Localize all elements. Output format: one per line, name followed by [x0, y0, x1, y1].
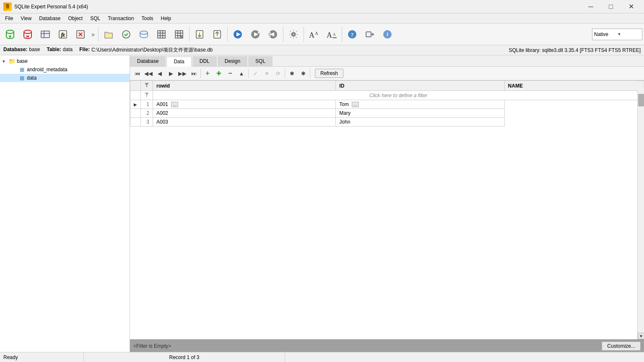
tab-sql[interactable]: SQL — [248, 56, 273, 66]
scroll-down-btn[interactable]: ▼ — [638, 333, 644, 339]
tabs: Database Data DDL Design SQL — [130, 55, 644, 67]
maximize-button[interactable]: □ — [601, 0, 621, 13]
toolbar-open[interactable] — [100, 26, 117, 43]
toolbar-import[interactable] — [191, 26, 208, 43]
move-up-btn[interactable]: ▲ — [236, 68, 247, 79]
nav-next[interactable]: ▶ — [166, 68, 177, 79]
menu-view[interactable]: View — [17, 15, 35, 22]
toolbar-delete-db[interactable] — [19, 26, 36, 43]
table-row[interactable]: 3 A003 John — [130, 118, 644, 127]
dt-sep4 — [310, 69, 310, 78]
col-rowid[interactable]: rowid — [153, 81, 336, 91]
toolbar-font-down[interactable]: A A — [323, 26, 340, 43]
content-area: Database Data DDL Design SQL ⏮ ◀◀ ◀ ▶ ▶▶… — [130, 55, 644, 352]
data-toolbar: ⏮ ◀◀ ◀ ▶ ▶▶ ⏭ + ✚ − ▲ ✓ ✕ ⟳ ✱ ✱ Refresh — [130, 67, 644, 80]
minimize-button[interactable]: ─ — [581, 0, 600, 13]
toolbar-table[interactable] — [37, 26, 54, 43]
confirm-btn[interactable]: ✓ — [250, 68, 261, 79]
toolbar-step-over[interactable] — [247, 26, 264, 43]
nav-prev[interactable]: ◀ — [154, 68, 165, 79]
filter-bar: <Filter is Empty> Customize... — [130, 339, 644, 352]
row-name-3[interactable]: John — [336, 118, 504, 127]
sidebar-item-android-metadata[interactable]: ▦ android_metadata — [0, 65, 130, 74]
toolbar-func[interactable]: fx — [55, 26, 71, 43]
toolbar-sep6 — [342, 27, 342, 42]
menu-object[interactable]: Object — [65, 15, 86, 22]
toolbar-font-up[interactable]: A A — [306, 26, 322, 43]
scroll-thumb[interactable] — [638, 94, 644, 106]
close-button[interactable]: ✕ — [621, 0, 641, 13]
toolbar-info[interactable]: i — [379, 26, 396, 43]
table-label: Table: — [47, 47, 61, 54]
title-bar-left: 🗄 SQLite Expert Personal 5.4 (x64) — [3, 3, 88, 11]
file-value: C:\Users\Administrator\Desktop\项目文件资源\ba… — [91, 47, 213, 54]
row-id-1[interactable]: A001 ... — [153, 100, 336, 109]
toolbar-grid-x[interactable] — [171, 26, 187, 43]
toolbar-connect[interactable] — [135, 26, 152, 43]
sidebar: ▼ 📁 base ▦ android_metadata ▦ data — [0, 55, 130, 352]
info-table: Table: data — [47, 47, 73, 54]
name-ellipsis-1[interactable]: ... — [352, 102, 358, 107]
name-value-1: Tom — [339, 101, 349, 107]
title-bar: 🗄 SQLite Expert Personal 5.4 (x64) ─ □ ✕ — [0, 0, 644, 13]
nav-last[interactable]: ⏭ — [188, 68, 199, 79]
tab-design[interactable]: Design — [218, 56, 247, 66]
undo-btn[interactable]: ⟳ — [273, 68, 283, 79]
tree-root[interactable]: ▼ 📁 base — [0, 57, 130, 65]
star-btn[interactable]: ✱ — [286, 68, 297, 79]
info-bar: Database: base Table: data File: C:\User… — [0, 45, 644, 55]
menu-tools[interactable]: Tools — [138, 15, 156, 22]
col-id[interactable]: ID — [336, 81, 504, 91]
vertical-scrollbar[interactable]: ▲ ▼ — [637, 80, 644, 339]
menu-file[interactable]: File — [2, 15, 16, 22]
cancel-btn[interactable]: ✕ — [261, 68, 272, 79]
svg-point-15 — [140, 31, 148, 34]
star-cross-btn[interactable]: ✱ — [298, 68, 309, 79]
menu-database[interactable]: Database — [36, 15, 64, 22]
nav-prev-page[interactable]: ◀◀ — [143, 68, 154, 79]
menu-sql[interactable]: SQL — [87, 15, 104, 22]
toolbar-exit[interactable] — [72, 26, 89, 43]
svg-rect-48 — [366, 32, 371, 37]
nav-first[interactable]: ⏮ — [132, 68, 143, 79]
toolbar-new-db[interactable] — [2, 26, 18, 43]
tab-ddl[interactable]: DDL — [192, 56, 217, 66]
customize-button[interactable]: Customize... — [602, 341, 641, 351]
row-num-2: 2 — [141, 109, 153, 118]
refresh-button[interactable]: Refresh — [315, 69, 343, 78]
menu-transaction[interactable]: Transaction — [104, 15, 137, 22]
toolbar-grid[interactable] — [153, 26, 170, 43]
menu-help[interactable]: Help — [157, 15, 174, 22]
table-row[interactable]: 2 A002 Mary — [130, 109, 644, 118]
toolbar-sep3 — [227, 27, 228, 42]
toolbar-more[interactable]: » — [90, 31, 96, 38]
sidebar-item-data[interactable]: ▦ data — [0, 74, 130, 82]
row-name-1[interactable]: Tom ... — [336, 100, 504, 109]
toolbar-export[interactable] — [209, 26, 226, 43]
table-row[interactable]: ▶ 1 A001 ... Tom ... — [130, 100, 644, 109]
delete-row-btn[interactable]: − — [225, 68, 236, 79]
toolbar-help[interactable]: ? — [344, 26, 361, 43]
toolbar-connect2[interactable] — [361, 26, 378, 43]
insert-row-btn[interactable]: ✚ — [213, 68, 224, 79]
svg-point-39 — [292, 33, 295, 36]
toolbar-play[interactable] — [229, 26, 246, 43]
tab-data[interactable]: Data — [166, 57, 191, 67]
native-dropdown[interactable]: Native ▼ — [592, 28, 642, 40]
toolbar-step-back[interactable] — [265, 26, 281, 43]
toolbar-settings[interactable] — [285, 26, 302, 43]
sidebar-label-android-metadata: android_metadata — [27, 67, 68, 72]
add-row-btn[interactable]: + — [202, 68, 213, 79]
filter-placeholder[interactable]: Click here to define a filter — [153, 91, 644, 100]
col-name[interactable]: NAME — [504, 81, 644, 91]
row-id-3[interactable]: A003 — [153, 118, 336, 127]
nav-next-page[interactable]: ▶▶ — [177, 68, 188, 79]
row-indicator-1: ▶ — [130, 100, 141, 109]
row-id-2[interactable]: A002 — [153, 109, 336, 118]
toolbar-save[interactable] — [118, 26, 135, 43]
table-icon-android: ▦ — [18, 66, 25, 73]
dt-sep3 — [285, 69, 285, 78]
id-ellipsis-1[interactable]: ... — [171, 102, 178, 107]
tab-database[interactable]: Database — [130, 56, 166, 66]
row-name-2[interactable]: Mary — [336, 109, 504, 118]
